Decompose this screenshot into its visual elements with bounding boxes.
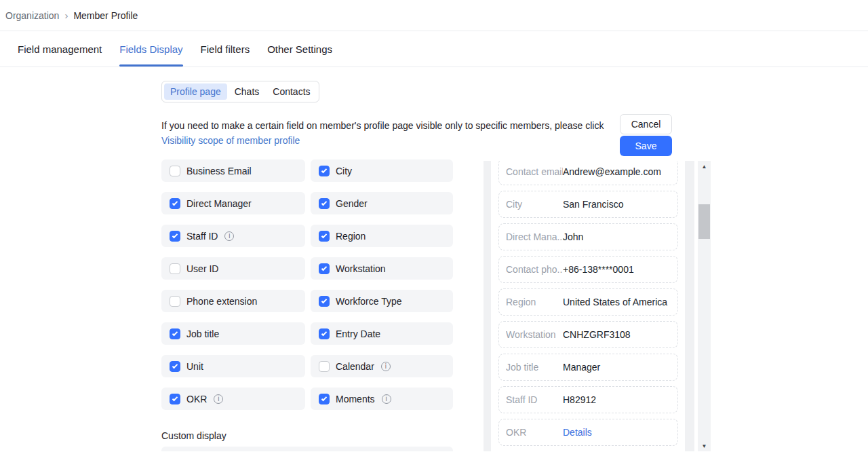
checkbox-workstation[interactable] (319, 263, 330, 274)
checkbox-direct-manager[interactable] (170, 198, 180, 209)
checkmark-icon (321, 395, 327, 400)
checkbox-workforce-type[interactable] (319, 296, 330, 307)
checkbox-entry-date[interactable] (319, 328, 330, 339)
info-icon: i (214, 394, 223, 404)
checkmark-icon (321, 330, 327, 335)
field-label: Gender (336, 198, 368, 209)
tab-field-management[interactable]: Field management (18, 31, 102, 67)
field-label: OKR (186, 394, 207, 404)
checkmark-icon (321, 265, 327, 270)
preview-field-okr: OKR Details (498, 419, 678, 446)
tab-field-filters[interactable]: Field filters (201, 31, 250, 67)
checkmark-icon (321, 200, 327, 205)
field-row-staff-id[interactable]: Staff ID i (161, 225, 305, 247)
checkmark-icon (321, 232, 327, 238)
field-row-phone-extension[interactable]: Phone extension (161, 290, 305, 312)
subtab-contacts[interactable]: Contacts (267, 83, 316, 100)
preview-field-value: CNHZGRF3108 (563, 329, 631, 340)
save-button[interactable]: Save (620, 136, 672, 156)
preview-card-list: Contact email Andrew@example.com City Sa… (491, 161, 685, 451)
tab-fields-display[interactable]: Fields Display (119, 31, 182, 67)
preview-right-gutter (685, 161, 694, 451)
preview-field-value: John (563, 231, 583, 242)
preview-field-value: H82912 (563, 394, 596, 405)
info-icon: i (381, 362, 391, 371)
info-icon: i (382, 394, 391, 404)
preview-field-direct-mana: Direct Mana... John (498, 223, 678, 250)
preview-scrollbar[interactable]: ▲ ▼ (698, 161, 711, 451)
field-row-moments[interactable]: Moments i (311, 388, 453, 410)
tab-other-settings[interactable]: Other Settings (267, 31, 332, 67)
field-row-entry-date[interactable]: Entry Date (311, 322, 453, 345)
checkmark-icon (172, 200, 178, 205)
field-row-calendar[interactable]: Calendar i (311, 355, 453, 377)
checkbox-gender[interactable] (319, 198, 330, 209)
cancel-button[interactable]: Cancel (620, 114, 672, 134)
checkbox-phone-extension[interactable] (170, 296, 180, 307)
field-row-direct-manager[interactable]: Direct Manager (161, 192, 305, 214)
checkmark-icon (172, 330, 178, 335)
active-tab-underline (119, 64, 182, 67)
field-row-unit[interactable]: Unit (161, 355, 305, 377)
preview-field-details-link[interactable]: Details (563, 427, 592, 438)
field-label: Workforce Type (336, 296, 402, 307)
profile-preview-panel: Contact email Andrew@example.com City Sa… (484, 161, 711, 451)
field-label: Calendar (336, 361, 374, 372)
breadcrumb-organization[interactable]: Organization (5, 10, 59, 21)
scrollbar-thumb[interactable] (698, 204, 710, 239)
field-row-city[interactable]: City (311, 159, 453, 182)
breadcrumb-current: Member Profile (73, 10, 138, 21)
checkbox-region[interactable] (319, 231, 330, 242)
preview-field-label: Direct Mana... (506, 231, 563, 242)
preview-field-value: +86-138****0001 (563, 264, 634, 275)
field-label: City (336, 166, 352, 176)
preview-field-label: OKR (506, 427, 563, 438)
member-profile-settings-page: Organization › Member Profile Field mana… (0, 0, 868, 451)
scrollbar-down-arrow-icon[interactable]: ▼ (698, 440, 711, 451)
field-label: Entry Date (336, 328, 380, 339)
checkbox-okr[interactable] (170, 394, 180, 404)
field-row-okr[interactable]: OKR i (161, 388, 305, 410)
field-row-job-title[interactable]: Job title (161, 322, 305, 345)
subtab-chats[interactable]: Chats (229, 83, 266, 100)
preview-field-label: Contact pho... (506, 264, 563, 275)
preview-field-value: United States of America (563, 297, 667, 307)
checkbox-user-id[interactable] (170, 263, 180, 274)
checkbox-unit[interactable] (170, 361, 180, 372)
checkbox-calendar[interactable] (319, 361, 330, 372)
checkbox-staff-id[interactable] (170, 231, 180, 242)
field-row-business-email[interactable]: Business Email (161, 159, 305, 182)
field-row-region[interactable]: Region (311, 225, 453, 247)
checkmark-icon (172, 232, 178, 238)
preview-field-contact-pho: Contact pho... +86-138****0001 (498, 256, 678, 283)
field-label: Moments (336, 394, 375, 404)
breadcrumb-separator-icon: › (64, 10, 68, 20)
field-row-user-id[interactable]: User ID (161, 257, 305, 280)
checkmark-icon (172, 362, 178, 368)
field-label: Workstation (336, 263, 386, 274)
checkmark-icon (321, 167, 327, 172)
checkbox-moments[interactable] (319, 394, 330, 404)
field-label: Region (336, 231, 366, 242)
preview-field-contact-email: Contact email Andrew@example.com (498, 161, 678, 185)
subtab-profile-page[interactable]: Profile page (164, 83, 227, 100)
preview-field-label: Staff ID (506, 394, 563, 405)
checkbox-job-title[interactable] (170, 328, 180, 339)
field-label: Phone extension (186, 296, 257, 307)
checkbox-city[interactable] (319, 166, 330, 176)
tab-label: Other Settings (267, 43, 332, 55)
checkbox-business-email[interactable] (170, 166, 180, 176)
action-buttons: Cancel Save (620, 114, 672, 156)
preview-field-label: Job title (506, 362, 563, 373)
field-row-gender[interactable]: Gender (311, 192, 453, 214)
visibility-scope-link[interactable]: Visibility scope of member profile (161, 134, 300, 148)
field-row-workstation[interactable]: Workstation (311, 257, 453, 280)
field-label: Staff ID (186, 231, 218, 242)
preview-field-label: Contact email (506, 166, 563, 177)
preview-field-label: Region (506, 297, 563, 307)
scrollbar-up-arrow-icon[interactable]: ▲ (698, 161, 711, 172)
field-row-workforce-type[interactable]: Workforce Type (311, 290, 453, 312)
field-checkbox-grid: Business Email Direct Manager Staff ID i… (161, 159, 453, 410)
preview-field-region: Region United States of America (498, 288, 678, 316)
field-label: Unit (186, 361, 203, 372)
